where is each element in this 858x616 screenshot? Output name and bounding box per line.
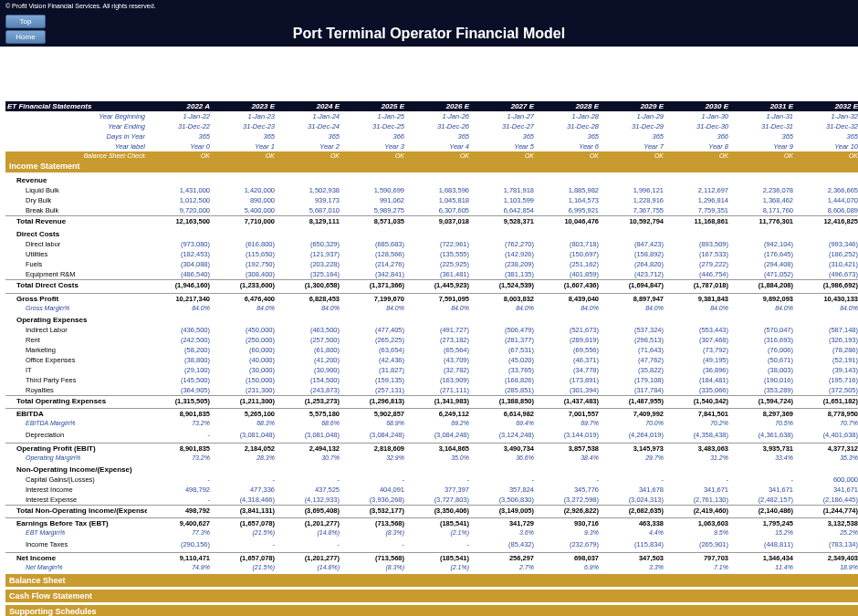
value-cell: 3.6% [471, 528, 536, 537]
value-cell: (185,541) [406, 518, 471, 529]
value-cell: (3,272,598) [536, 495, 601, 506]
value-cell: 69.4% [471, 419, 536, 427]
year-column: 2030 E [665, 101, 730, 111]
section-supporting[interactable]: Supporting Schedules [5, 605, 858, 617]
assumption-label: Year label [5, 141, 147, 151]
value-cell: (1,211,300) [212, 395, 277, 406]
value-cell: (45,020) [471, 355, 536, 365]
value-cell: 6,614,982 [471, 409, 536, 420]
assumption-value: Year 6 [536, 141, 601, 151]
value-cell: (1,300,658) [277, 280, 341, 291]
value-cell: 84.0% [471, 304, 536, 312]
value-cell: 69.2% [406, 419, 471, 427]
value-cell: (3,695,408) [277, 505, 341, 516]
value-cell: (121,937) [277, 249, 341, 259]
value-cell: 1,590,699 [341, 185, 406, 195]
balance-check-ok: OK [406, 151, 471, 160]
value-cell: (353,289) [730, 385, 795, 396]
value-cell: (1,201,277) [277, 518, 341, 529]
balance-check-ok: OK [601, 151, 665, 160]
value-cell: (553,443) [665, 325, 730, 335]
value-cell: (803,718) [536, 239, 601, 249]
value-cell: (225,925) [406, 259, 471, 269]
value-cell: 498,792 [147, 485, 212, 495]
row-label: Operating Margin% [5, 454, 147, 462]
value-cell: (471,052) [730, 269, 795, 280]
value-cell: 12,163,500 [147, 216, 212, 227]
value-cell: (2,926,822) [536, 505, 601, 516]
year-column: 2027 E [471, 101, 536, 111]
value-cell: (39,143) [795, 365, 858, 375]
value-cell: 1,228,916 [601, 195, 665, 205]
value-cell: (273,182) [406, 335, 471, 345]
value-cell: (3,936,268) [341, 495, 406, 506]
value-cell: 1,431,000 [147, 185, 212, 195]
value-cell: 32.9% [341, 454, 406, 462]
value-cell: (1,233,600) [212, 280, 277, 291]
value-cell: 8,778,950 [795, 409, 858, 420]
year-column: 2031 E [730, 101, 795, 111]
row-label: Total Revenue [5, 216, 147, 227]
value-cell: (257,131) [341, 385, 406, 396]
value-cell: 73.2% [147, 454, 212, 462]
value-cell: 600,000 [795, 475, 858, 485]
section-balance[interactable]: Balance Sheet [5, 574, 858, 587]
value-cell: 1,795,245 [730, 518, 795, 529]
year-column: 2032 E [795, 101, 858, 111]
value-cell: (3,084,248) [341, 430, 406, 440]
section-cashflow[interactable]: Cash Flow Statement [5, 590, 858, 602]
subsection-header: Direct Costs [5, 229, 858, 239]
value-cell: (1,540,342) [665, 395, 730, 406]
assumption-value: 31-Dec-26 [406, 121, 471, 131]
value-cell: (179,108) [601, 375, 665, 385]
assumption-value: 365 [212, 131, 277, 141]
value-cell: 84.0% [665, 304, 730, 312]
row-label: Capital Gains/(Losses) [5, 475, 147, 485]
row-label: Interest Income [5, 485, 147, 495]
value-cell: 4,377,312 [795, 443, 858, 454]
value-cell: (3,024,313) [601, 495, 665, 506]
value-cell: 698,037 [536, 552, 601, 563]
value-cell: 18.9% [795, 563, 858, 571]
assumption-value: 365 [601, 131, 665, 141]
value-cell: 73.2% [147, 419, 212, 427]
value-cell: 1,502,938 [277, 185, 341, 195]
value-cell: (3,350,406) [406, 505, 471, 516]
value-cell: (326,193) [795, 335, 858, 345]
value-cell: (14.8%) [277, 528, 341, 537]
assumption-value: Year 7 [601, 141, 665, 151]
value-cell: 341,678 [601, 485, 665, 495]
value-cell: (381,135) [471, 269, 536, 280]
value-cell: 30.7% [277, 454, 341, 462]
value-cell: 15.2% [730, 528, 795, 537]
value-cell: - [730, 475, 795, 485]
value-cell: - [147, 475, 212, 485]
value-cell: 7,710,000 [212, 216, 277, 227]
value-cell: (238,209) [471, 259, 536, 269]
value-cell: (847,423) [601, 239, 665, 249]
value-cell: 9.3% [536, 528, 601, 537]
value-cell: (67,531) [471, 345, 536, 355]
assumption-value: 365 [471, 131, 536, 141]
value-cell: (243,873) [277, 385, 341, 396]
row-label: Net Margin% [5, 563, 147, 571]
row-label: Rent [5, 335, 147, 345]
value-cell: (192,750) [212, 259, 277, 269]
value-cell: 463,338 [601, 518, 665, 529]
balance-check-ok: OK [536, 151, 601, 160]
value-cell: (342,841) [341, 269, 406, 280]
value-cell: (304,088) [147, 259, 212, 269]
value-cell: 5,265,100 [212, 409, 277, 420]
assumption-value: 31-Dec-22 [147, 121, 212, 131]
assumption-value: 1-Jan-27 [471, 111, 536, 121]
value-cell: 74.9% [147, 563, 212, 571]
value-cell: (76,006) [730, 345, 795, 355]
value-cell: (1,694,847) [601, 280, 665, 291]
row-label: EBITDA [5, 409, 147, 420]
value-cell: 347,503 [601, 552, 665, 563]
value-cell: (1,315,505) [147, 395, 212, 406]
value-cell: 84.0% [601, 304, 665, 312]
value-cell: (32,782) [406, 365, 471, 375]
value-cell: 25.2% [795, 528, 858, 537]
value-cell: 797,703 [665, 552, 730, 563]
